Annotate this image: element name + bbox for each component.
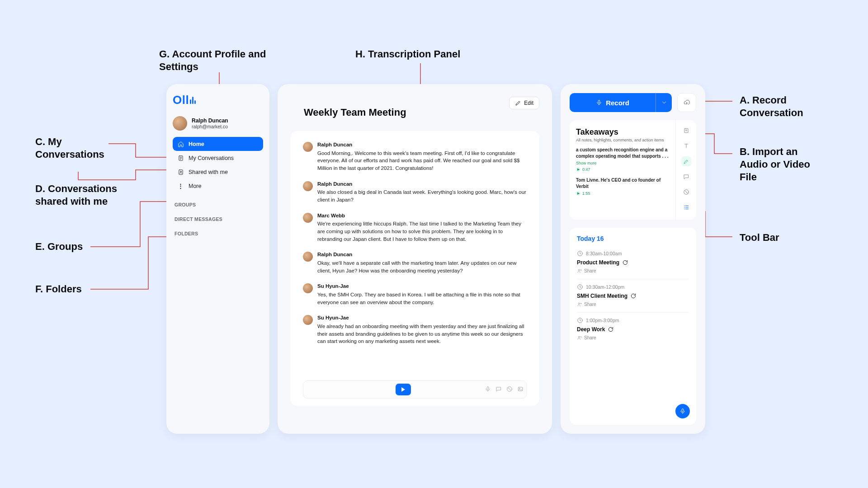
pencil-icon <box>515 100 521 106</box>
player-image-icon[interactable] <box>517 386 524 394</box>
section-groups[interactable]: GROUPS <box>173 202 263 207</box>
play-button[interactable] <box>396 384 411 395</box>
takeaways-subtitle: All notes, highlights, comments, and act… <box>576 138 669 142</box>
event-title: Product Meeting <box>577 259 619 266</box>
person-plus-icon <box>577 268 582 273</box>
player-comment-icon[interactable] <box>495 386 502 394</box>
right-panel: Record Takeaways All notes, highlights, … <box>561 84 705 434</box>
speaker-name: Ralph Duncan <box>317 141 527 149</box>
svg-point-11 <box>684 207 684 207</box>
speaker-name: Su Hyun-Jae <box>317 314 527 322</box>
takeaway-stamp-2: 1:55 <box>582 191 590 196</box>
record-button[interactable]: Record <box>570 93 656 112</box>
callout-c-line2: Conversations <box>35 148 104 161</box>
cloud-upload-icon <box>684 99 690 106</box>
profile-block[interactable]: Ralph Duncan ralph@market.co <box>173 116 263 131</box>
callout-h: H. Transcription Panel <box>355 48 460 61</box>
svg-point-14 <box>578 269 580 271</box>
callout-f: F. Folders <box>35 283 82 296</box>
message-text: Yes, the SMH Corp. They are based in Kor… <box>317 291 527 306</box>
callout-b-line2: Audio or Video <box>740 158 810 171</box>
shared-icon <box>177 169 184 175</box>
sync-icon <box>608 326 614 333</box>
sync-icon <box>622 259 628 266</box>
nav-more-label: More <box>189 183 201 189</box>
takeaway-stamp-1: 0:47 <box>582 167 590 172</box>
speaker-name: Marc Webb <box>317 212 527 220</box>
schedule-event[interactable]: 8:30am-10:00amProduct Meeting Share <box>577 246 689 279</box>
svg-rect-7 <box>598 100 600 103</box>
nav-home-label: Home <box>189 141 204 147</box>
nav-home[interactable]: Home <box>173 137 263 151</box>
message-text: We already had an onboarding meeting wit… <box>317 323 527 345</box>
tool-text-icon[interactable] <box>681 141 691 151</box>
clock-icon <box>577 250 583 257</box>
takeaway-item-2: Tom Livne. He's CEO and co founder of Ve… <box>576 177 669 189</box>
player-block-icon[interactable] <box>506 386 513 394</box>
event-share-label: Share <box>584 302 596 307</box>
message-text: Okay, we'll have a separate call with th… <box>317 259 527 274</box>
chevron-down-icon <box>661 99 667 106</box>
tool-block-icon[interactable] <box>681 187 691 197</box>
callout-a-line1: A. Record <box>740 94 787 107</box>
record-dropdown[interactable] <box>656 93 672 112</box>
schedule-event[interactable]: 1:00pm-3:00pmDeep Work Share <box>577 313 689 346</box>
record-button-label: Record <box>606 99 629 107</box>
avatar <box>173 116 187 131</box>
play-stamp-icon[interactable]: ▶ <box>576 167 580 172</box>
speaker-avatar <box>303 142 313 152</box>
transcript-message: Su Hyun-JaeWe already had an onboarding … <box>303 314 527 345</box>
event-share-label: Share <box>584 268 596 273</box>
import-button[interactable] <box>677 93 696 112</box>
play-icon <box>401 387 405 392</box>
speaker-avatar <box>303 213 313 223</box>
schedule-event[interactable]: 10:30am-12:00pmSMH Client Meeting Share <box>577 279 689 313</box>
tool-notes-icon[interactable] <box>681 126 691 136</box>
callout-c-line1: C. My <box>35 136 62 148</box>
event-share[interactable]: Share <box>577 335 689 340</box>
clock-icon <box>577 284 583 290</box>
sidebar-panel: Oll Ralph Duncan ralph@market.co Home My… <box>166 84 269 434</box>
play-stamp-icon[interactable]: ▶ <box>576 191 580 196</box>
speaker-name: Su Hyun-Jae <box>317 282 527 290</box>
svg-point-18 <box>578 336 580 338</box>
edit-button-label: Edit <box>524 100 533 106</box>
event-share[interactable]: Share <box>577 268 689 273</box>
event-title: SMH Client Meeting <box>577 293 627 299</box>
section-direct-messages[interactable]: DIRECT MESSAGES <box>173 216 263 222</box>
schedule-card: Today 16 8:30am-10:00amProduct Meeting S… <box>570 228 696 425</box>
svg-rect-19 <box>682 409 684 412</box>
player-mic-icon[interactable] <box>485 386 491 394</box>
section-folders[interactable]: FOLDERS <box>173 231 263 236</box>
tool-list-icon[interactable] <box>681 202 691 212</box>
tool-comment-icon[interactable] <box>681 172 691 182</box>
nav-shared-with-me[interactable]: Shared with me <box>173 165 263 179</box>
svg-point-16 <box>578 303 580 304</box>
nav-my-conversations[interactable]: My Conversations <box>173 151 263 165</box>
event-time: 10:30am-12:00pm <box>586 284 624 290</box>
transcript-message: Ralph DuncanWe also closed a big deal in… <box>303 180 527 204</box>
clock-icon <box>577 317 583 324</box>
speaker-name: Ralph Duncan <box>317 251 527 258</box>
sync-icon <box>630 293 637 299</box>
schedule-record-fab[interactable] <box>675 404 690 418</box>
nav-more[interactable]: ⋮ More <box>173 179 263 193</box>
profile-email: ralph@market.co <box>192 124 228 129</box>
takeaway-item-1: a custom speech recognition engine and a… <box>576 147 669 159</box>
transcript-message: Ralph DuncanOkay, we'll have a separate … <box>303 251 527 274</box>
profile-name: Ralph Duncan <box>192 117 228 124</box>
edit-button[interactable]: Edit <box>509 97 539 109</box>
more-dots-icon: ⋮ <box>177 183 184 189</box>
app-logo: Oll <box>173 93 263 107</box>
takeaway-show-more[interactable]: Show more <box>576 161 669 165</box>
mic-icon <box>679 408 686 414</box>
takeaways-card: Takeaways All notes, highlights, comment… <box>570 120 696 220</box>
transcript-message: Marc WebbWe're experiencing little hiccu… <box>303 212 527 243</box>
event-share[interactable]: Share <box>577 302 689 307</box>
tool-highlight-icon[interactable] <box>681 156 691 166</box>
record-row: Record <box>570 93 696 112</box>
svg-rect-8 <box>684 128 688 132</box>
schedule-heading: Today 16 <box>577 235 689 242</box>
nav-my-conv-label: My Conversations <box>189 155 234 161</box>
message-text: We also closed a big deal in Canada last… <box>317 188 527 203</box>
